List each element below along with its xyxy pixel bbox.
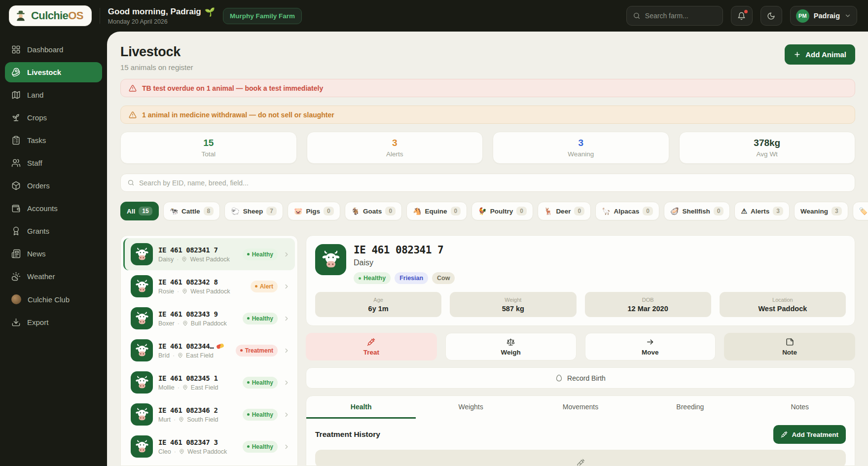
breed-badge: Friesian [395, 272, 428, 284]
animal-search[interactable] [120, 174, 855, 192]
newspaper-icon [11, 249, 21, 258]
filter-chip-alpacas[interactable]: 🦙Alpacas0 [595, 202, 659, 220]
sidebar: Dashboard Livestock Land Crops Tasks Sta… [0, 32, 107, 466]
animal-search-input[interactable] [139, 179, 848, 187]
stat-avg-weight: 378kg Avg Wt [679, 132, 856, 164]
sidebar-item-tasks[interactable]: Tasks [5, 130, 102, 150]
cow-avatar [131, 403, 153, 426]
chevron-right-icon [283, 251, 290, 258]
info-tile-location: LocationWest Paddock [720, 292, 846, 317]
record-birth-button[interactable]: Record Birth [306, 367, 855, 389]
notification-dot [744, 10, 748, 13]
filter-chip-cattle[interactable]: 🐄Cattle8 [163, 202, 220, 220]
plus-icon [794, 51, 801, 58]
sidebar-item-staff[interactable]: Staff [5, 153, 102, 173]
horse-icon: 🐴 [413, 208, 421, 215]
filter-chip-poultry[interactable]: 🐓Poultry0 [471, 202, 533, 220]
dark-mode-toggle[interactable] [760, 6, 782, 26]
move-button[interactable]: Move [585, 333, 716, 360]
page-subtitle: 15 animals on register [120, 63, 193, 72]
location-pin-icon [182, 288, 187, 294]
filter-chip-weaning[interactable]: Weaning3 [794, 202, 848, 220]
quick-actions: Treat Weigh Move Note [306, 333, 855, 360]
animal-location: West Paddock [190, 256, 229, 263]
animal-name: Mollie [158, 384, 175, 391]
treat-button[interactable]: Treat [306, 333, 437, 360]
filter-chip-pigs[interactable]: 🐷Pigs0 [288, 202, 340, 220]
stats-row: 15 Total 3 Alerts 3 Weaning 378kg Avg Wt [120, 132, 855, 164]
filter-chip-all[interactable]: All15 [120, 202, 159, 220]
tab-movements[interactable]: Movements [526, 396, 635, 419]
filter-chip-goats[interactable]: 🐐Goats0 [345, 202, 402, 220]
weigh-button[interactable]: Weigh [445, 333, 577, 360]
cloud-sun-icon [11, 272, 21, 281]
user-menu[interactable]: PM Padraig [790, 6, 857, 26]
withdrawal-alert-banner[interactable]: 1 animal in medicine withdrawal — do not… [120, 106, 855, 124]
sidebar-item-land[interactable]: Land [5, 85, 102, 105]
app-header: CulchieOS Good morning, Padraig 🌱 Monday… [0, 0, 868, 32]
animal-row-rosie[interactable]: IE 461 082342 8 Rosie·West Paddock Alert [123, 270, 295, 302]
avatar: PM [796, 9, 809, 23]
current-date: Monday 20 April 2026 [108, 18, 215, 25]
pill-icon [216, 343, 224, 349]
filter-chip-withdrawal[interactable]: 🏷️Withdrawal1 [853, 202, 868, 220]
tb-alert-banner[interactable]: TB test overdue on 1 animal — book a tes… [120, 79, 855, 97]
add-treatment-button[interactable]: Add Treatment [773, 425, 846, 444]
animal-location: East Field [191, 384, 218, 391]
status-badge: Alert [251, 281, 278, 292]
animal-eid: IE 461 082342 8 [158, 278, 245, 286]
detail-tabs-card: Health Weights Movements Breeding Notes … [306, 395, 855, 466]
sidebar-item-weather[interactable]: Weather [5, 266, 102, 287]
stat-alerts: 3 Alerts [307, 132, 483, 164]
tab-weights[interactable]: Weights [416, 396, 525, 419]
status-badge: Healthy [243, 441, 278, 453]
sheep-icon: 🐑 [231, 208, 239, 215]
filter-chip-alerts[interactable]: ⚠Alerts3 [734, 202, 790, 220]
animal-location: Bull Paddock [191, 320, 227, 327]
animal-name: Cleo [158, 448, 171, 455]
sidebar-item-news[interactable]: News [5, 244, 102, 264]
scales-icon [506, 338, 515, 346]
filter-chip-deer[interactable]: 🦌Deer0 [538, 202, 591, 220]
app-logo[interactable]: CulchieOS [9, 5, 92, 26]
animal-eid: IE 461 082347 3 [158, 438, 237, 446]
sidebar-item-culchie-club[interactable]: Culchie Club [5, 289, 102, 310]
sidebar-item-livestock[interactable]: Livestock [5, 62, 102, 82]
filter-chip-shellfish[interactable]: 🦪Shellfish0 [664, 202, 730, 220]
animal-row-cleo[interactable]: IE 461 082347 3 Cleo·West Paddock Health… [123, 430, 295, 463]
animal-row-brid[interactable]: IE 461 082344… Bríd·East Field Treatment [123, 334, 295, 366]
tab-notes[interactable]: Notes [745, 396, 855, 419]
add-animal-button[interactable]: Add Animal [785, 44, 855, 65]
animal-row-daisy[interactable]: IE 461 082341 7 Daisy·West Paddock Healt… [123, 238, 295, 270]
sidebar-item-dashboard[interactable]: Dashboard [5, 39, 102, 60]
location-pin-icon [178, 353, 183, 358]
location-pin-icon [181, 256, 187, 262]
culchie-club-icon [11, 294, 21, 304]
sidebar-item-grants[interactable]: Grants [5, 221, 102, 241]
global-search-input[interactable] [645, 12, 717, 20]
notifications-button[interactable] [731, 6, 753, 26]
sidebar-item-accounts[interactable]: Accounts [5, 198, 102, 218]
animal-name: Rosie [158, 288, 174, 295]
sidebar-item-orders[interactable]: Orders [5, 176, 102, 196]
animal-row-mollie[interactable]: IE 461 082345 1 Mollie·East Field Health… [123, 366, 295, 398]
tab-breeding[interactable]: Breeding [635, 396, 745, 419]
detail-tabs: Health Weights Movements Breeding Notes [306, 396, 855, 419]
farm-badge[interactable]: Murphy Family Farm [223, 8, 302, 24]
sidebar-item-crops[interactable]: Crops [5, 108, 102, 128]
sidebar-item-export[interactable]: Export [5, 312, 102, 332]
animal-row-boxer[interactable]: IE 461 082343 9 Boxer·Bull Paddock Healt… [123, 302, 295, 334]
cow-avatar [131, 307, 153, 329]
pig-icon: 🐷 [294, 208, 302, 215]
animal-row-murt[interactable]: IE 461 082346 2 Murt·South Field Healthy [123, 398, 295, 430]
global-search[interactable] [626, 6, 723, 26]
filter-chip-sheep[interactable]: 🐑Sheep7 [224, 202, 283, 220]
syringe-icon [367, 338, 375, 346]
cow-avatar-large [315, 244, 346, 275]
info-tile-age: Age6y 1m [315, 292, 441, 317]
package-icon [11, 181, 21, 190]
status-badge: Healthy [243, 409, 278, 421]
tab-health[interactable]: Health [306, 396, 416, 419]
note-button[interactable]: Note [724, 333, 855, 360]
filter-chip-equine[interactable]: 🐴Equine0 [406, 202, 467, 220]
